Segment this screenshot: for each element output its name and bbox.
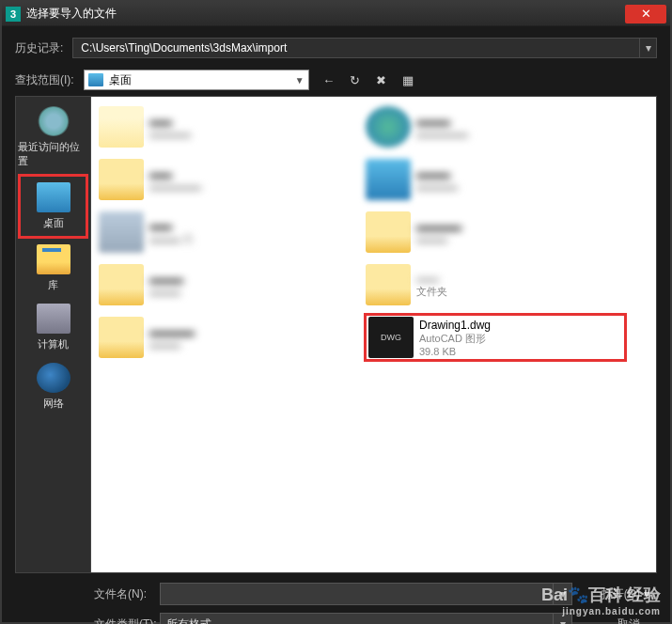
titlebar: 3 选择要导入的文件 ✕ <box>2 2 670 26</box>
folder-icon <box>366 159 411 200</box>
file-type: AutoCAD 图形 <box>419 332 491 346</box>
close-button[interactable]: ✕ <box>625 5 666 23</box>
folder-icon <box>366 211 411 253</box>
file-list[interactable]: ▬▬▬▬▬▬ ▬▬▬▬▬▬▬▬ ▬▬▬▬▬▬▬ ▬▬▬▬▬▬▬ <box>91 97 656 572</box>
history-label: 历史记录: <box>15 40 63 56</box>
lookin-dropdown[interactable]: 桌面 ▼ <box>84 70 309 90</box>
sidebar-label: 网络 <box>43 397 64 411</box>
sidebar-item-computer[interactable]: 计算机 <box>16 298 90 357</box>
computer-icon <box>37 304 70 334</box>
file-item[interactable]: ▬▬▬▬▬ 夹 <box>97 208 360 257</box>
places-sidebar: 最近访问的位置 桌面 库 计算机 网络 <box>16 97 91 572</box>
dwg-icon: DWG <box>368 317 414 358</box>
folder-icon <box>99 317 144 358</box>
sidebar-item-network[interactable]: 网络 <box>16 357 90 416</box>
file-name: Drawing1.dwg <box>419 319 491 332</box>
back-button[interactable]: ← <box>319 70 339 89</box>
up-button[interactable]: ↻ <box>345 70 366 89</box>
sidebar-item-desktop[interactable]: 桌面 <box>18 174 88 239</box>
sidebar-label: 库 <box>48 278 58 292</box>
filename-label: 文件名(N): <box>94 586 160 602</box>
folder-icon <box>99 159 144 200</box>
filetype-label: 文件类型(T): <box>94 616 160 625</box>
file-item[interactable]: ▬▬文件夹 <box>364 260 627 309</box>
sidebar-item-recent[interactable]: 最近访问的位置 <box>16 101 90 174</box>
history-row: 历史记录: C:\Users\Ting\Documents\3dsMax\imp… <box>15 38 657 58</box>
lookin-value: 桌面 <box>109 72 295 88</box>
window-title: 选择要导入的文件 <box>26 6 625 22</box>
sidebar-label: 最近访问的位置 <box>18 140 88 168</box>
file-item[interactable]: ▬▬▬▬▬▬▬ <box>364 208 627 257</box>
file-item[interactable]: ▬▬▬▬▬▬ <box>97 260 360 309</box>
cancel-button[interactable]: 取消 <box>584 616 640 625</box>
folder-icon <box>99 264 144 305</box>
lookin-row: 查找范围(I): 桌面 ▼ ← ↻ ✖ ▦ <box>15 70 657 90</box>
watermark: Bai🐾百科 经验 jingyan.baidu.com <box>541 584 661 616</box>
filetype-dropdown[interactable]: 所有格式 <box>160 613 554 624</box>
app-icon: 3 <box>6 7 21 22</box>
history-arrow-icon[interactable]: ▾ <box>640 38 657 58</box>
file-size: 39.8 KB <box>419 346 491 357</box>
file-item[interactable]: ▬▬▬▬▬▬ <box>97 102 360 151</box>
recent-icon <box>37 106 70 136</box>
sidebar-label: 计算机 <box>38 337 69 351</box>
sidebar-label: 桌面 <box>43 216 64 230</box>
desktop-icon <box>88 73 103 86</box>
folder-icon <box>99 211 144 253</box>
chevron-down-icon: ▼ <box>295 75 305 86</box>
lookin-label: 查找范围(I): <box>15 72 74 88</box>
folder-icon <box>99 106 144 148</box>
history-dropdown[interactable]: C:\Users\Ting\Documents\3dsMax\import <box>72 38 640 58</box>
file-item-dwg[interactable]: DWG Drawing1.dwg AutoCAD 图形 39.8 KB <box>364 313 627 362</box>
desktop-icon <box>37 182 70 212</box>
file-item[interactable]: ▬▬▬▬▬▬▬ <box>97 313 360 362</box>
file-item[interactable]: ▬▬▬▬▬▬▬▬ <box>364 102 627 151</box>
sidebar-item-library[interactable]: 库 <box>16 239 90 298</box>
delete-button[interactable]: ✖ <box>371 70 392 89</box>
views-button[interactable]: ▦ <box>398 70 418 89</box>
folder-icon <box>366 106 411 148</box>
folder-icon <box>366 264 411 305</box>
filename-input[interactable] <box>160 583 554 605</box>
library-icon <box>37 244 70 274</box>
network-icon <box>37 363 70 393</box>
file-item[interactable]: ▬▬▬▬▬▬▬ <box>97 155 360 204</box>
file-item[interactable]: ▬▬▬▬▬▬▬ <box>364 155 627 204</box>
